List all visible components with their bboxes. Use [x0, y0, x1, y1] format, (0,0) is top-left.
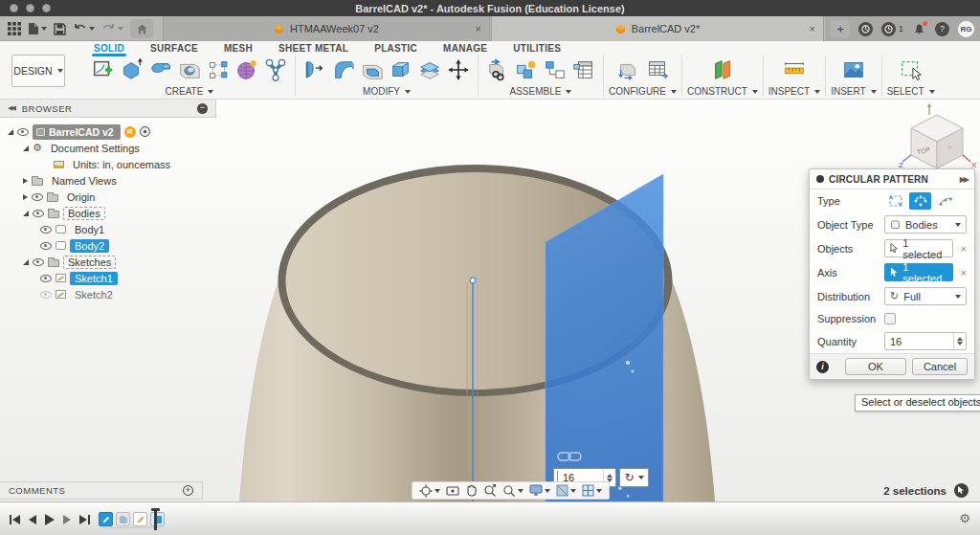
bom-table-icon[interactable] [569, 56, 598, 84]
visual-style-icon[interactable] [553, 482, 579, 499]
inspect-dropdown[interactable]: INSPECT [768, 86, 820, 97]
step-back-icon[interactable] [29, 515, 36, 524]
modify-dropdown[interactable]: MODIFY [363, 86, 411, 97]
press-pull-icon[interactable] [301, 56, 329, 84]
insert-derive-icon[interactable] [483, 56, 512, 84]
pipe-icon[interactable] [261, 56, 290, 84]
comments-panel[interactable]: COMMENTS + [0, 481, 203, 500]
quantity-stepper[interactable] [953, 333, 966, 349]
save-icon[interactable] [54, 23, 66, 35]
visibility-eye-icon[interactable] [17, 128, 29, 136]
browser-item-bodies[interactable]: Bodies [0, 205, 216, 221]
notifications-bell-icon[interactable] [912, 22, 926, 36]
sketch1-feature-icon[interactable] [99, 512, 113, 526]
quantity-input[interactable]: 16 [884, 332, 967, 350]
help-icon[interactable]: ? [935, 22, 949, 36]
3d-viewport[interactable]: TOP ⠿ Z X ◀◀ BROWSER − BarrelCAD v2 R ⚙ … [0, 100, 980, 502]
form-icon[interactable] [233, 56, 261, 84]
distribution-select[interactable]: ↻ Full [884, 287, 967, 305]
close-tab-icon[interactable]: × [476, 23, 481, 34]
expand-arrow-icon[interactable] [23, 178, 28, 184]
sketch2-feature-icon[interactable] [133, 512, 147, 526]
clear-axis-icon[interactable]: × [961, 267, 967, 279]
collapse-all-icon[interactable]: − [197, 103, 208, 114]
tab-plastic[interactable]: PLASTIC [374, 43, 417, 54]
zoom-window-icon[interactable] [480, 482, 500, 499]
visibility-eye-icon[interactable] [40, 275, 52, 282]
combine-icon[interactable] [387, 56, 415, 84]
config-table-icon[interactable] [643, 56, 672, 84]
job-status-clock-icon[interactable] [881, 22, 896, 36]
skip-start-icon[interactable] [10, 515, 20, 524]
look-at-icon[interactable] [443, 482, 462, 499]
tab-sheet-metal[interactable]: SHEET METAL [278, 43, 348, 54]
timeline-playhead[interactable] [151, 508, 160, 530]
visibility-eye-icon[interactable] [33, 210, 44, 217]
tab-manage[interactable]: MANAGE [443, 43, 487, 54]
browser-item-origin[interactable]: Origin [0, 189, 216, 205]
visibility-eye-icon[interactable] [40, 242, 52, 250]
document-tab-htmaaweek07[interactable]: HTMAAWeek07 v2 × [163, 16, 490, 41]
play-icon[interactable] [45, 514, 55, 525]
expand-arrow-icon[interactable] [23, 211, 29, 216]
expand-arrow-icon[interactable] [23, 259, 29, 265]
new-tab-button[interactable]: + [831, 20, 850, 38]
select-window-icon[interactable] [897, 56, 925, 84]
move-icon[interactable] [444, 56, 473, 84]
hud-full-rotation-button[interactable]: ↻ [619, 468, 649, 487]
measure-icon[interactable] [780, 56, 809, 84]
ok-button[interactable]: OK [845, 358, 906, 375]
new-component-icon[interactable] [512, 56, 541, 84]
redo-icon[interactable] [101, 23, 123, 34]
pattern-icon[interactable] [204, 56, 233, 84]
insert-dropdown[interactable]: INSERT [831, 86, 877, 97]
activate-component-radio[interactable] [140, 126, 150, 137]
visibility-eye-icon[interactable] [33, 258, 44, 266]
create-sketch-icon[interactable] [89, 56, 118, 84]
assemble-dropdown[interactable]: ASSEMBLE [510, 86, 572, 97]
zoom-icon[interactable] [500, 482, 526, 499]
collapse-panel-icon[interactable]: ◀◀ [8, 104, 14, 112]
clear-objects-icon[interactable]: × [961, 243, 967, 255]
suppression-checkbox[interactable] [884, 313, 896, 324]
construct-plane-icon[interactable] [708, 56, 737, 84]
workspace-selector[interactable]: DESIGN [11, 55, 65, 87]
configure-dropdown[interactable]: CONFIGURE [609, 86, 677, 97]
view-cube[interactable]: TOP ⠿ Z X [898, 103, 978, 174]
hole-icon[interactable] [175, 56, 204, 84]
browser-item-sketch2[interactable]: Sketch2 [0, 286, 216, 302]
expand-arrow-icon[interactable] [8, 129, 13, 135]
visibility-eye-icon[interactable] [40, 226, 52, 234]
file-menu-icon[interactable] [28, 22, 47, 35]
timeline-settings-gear-icon[interactable]: ⚙ [959, 511, 970, 525]
undo-icon[interactable] [73, 23, 95, 34]
expand-arrow-icon[interactable] [23, 194, 28, 200]
construct-dropdown[interactable]: CONSTRUCT [687, 86, 758, 97]
revolve-feature-icon[interactable] [116, 512, 130, 526]
select-dropdown[interactable]: SELECT [887, 86, 935, 97]
expand-arrow-icon[interactable] [23, 145, 29, 151]
tab-mesh[interactable]: MESH [224, 43, 253, 54]
app-grid-icon[interactable] [8, 22, 21, 35]
close-tab-icon[interactable]: × [810, 23, 815, 34]
tab-solid[interactable]: SOLID [94, 43, 124, 54]
visibility-eye-icon[interactable] [40, 291, 52, 299]
browser-item-body1[interactable]: Body1 [0, 221, 216, 237]
rectangular-pattern-icon[interactable] [884, 192, 906, 210]
browser-item-sketch1[interactable]: Sketch1 [0, 270, 216, 286]
axis-selection-field[interactable]: 1 selected [884, 263, 953, 281]
step-forward-icon[interactable] [63, 515, 71, 524]
create-dropdown[interactable]: CREATE [166, 86, 214, 97]
orbit-icon[interactable] [416, 482, 443, 499]
avatar[interactable]: RG [958, 21, 974, 37]
skip-end-icon[interactable] [79, 515, 90, 524]
fillet-icon[interactable] [329, 56, 358, 84]
viewports-icon[interactable] [579, 482, 605, 499]
browser-item-document-settings[interactable]: ⚙ Document Settings [0, 140, 216, 156]
browser-item-root[interactable]: BarrelCAD v2 R [0, 123, 216, 140]
dialog-header[interactable]: CIRCULAR PATTERN ▶▶ [810, 169, 974, 189]
extensions-icon[interactable] [858, 22, 873, 36]
objects-selection-field[interactable]: 1 selected [884, 239, 953, 257]
dialog-expand-icon[interactable]: ▶▶ [960, 175, 968, 184]
object-type-select[interactable]: Bodies [884, 215, 967, 234]
